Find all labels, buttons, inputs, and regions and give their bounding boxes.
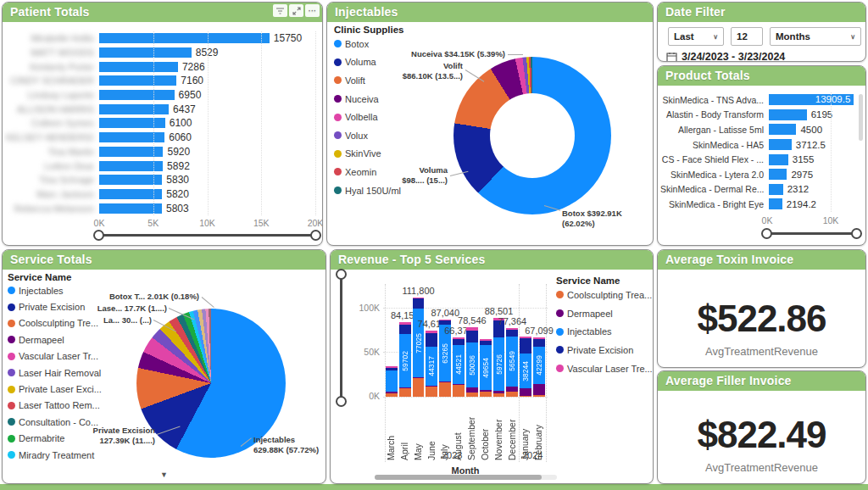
bar-segment[interactable] [426, 331, 437, 333]
bar-segment[interactable]: 50036 [466, 342, 478, 387]
bar-segment[interactable] [480, 390, 492, 392]
legend-label: Coolsculpting Trea... [567, 290, 652, 300]
bar-segment[interactable] [413, 298, 425, 299]
legend-item[interactable]: Private Excision [556, 341, 653, 359]
legend-item[interactable]: Vascular Laser Tr... [8, 348, 102, 365]
slider-handle-right[interactable] [310, 230, 321, 241]
bar-segment[interactable] [453, 385, 465, 397]
legend-item[interactable]: Volux [334, 126, 401, 145]
legend-item[interactable]: Vascular Laser Tre... [556, 359, 653, 378]
bar-segment[interactable] [466, 387, 478, 393]
bar-segment[interactable] [386, 392, 398, 393]
bar-segment[interactable] [426, 387, 437, 397]
bar-segment[interactable] [466, 393, 478, 397]
bar-segment[interactable] [533, 337, 545, 340]
bar-segment[interactable] [493, 391, 505, 393]
slider-handle-left[interactable] [93, 230, 104, 241]
bar-segment[interactable] [506, 330, 518, 337]
bar-segment[interactable] [466, 331, 478, 343]
slider-handle-top[interactable] [336, 269, 347, 280]
legend-item[interactable]: Laser Tattoo Rem... [8, 398, 102, 414]
bar-segment[interactable] [386, 393, 398, 397]
bar-segment[interactable] [480, 339, 492, 341]
bar-segment[interactable] [413, 378, 425, 397]
callout-injectables: Injectables 629.88K (57.72%) [253, 435, 326, 455]
legend-item[interactable]: SkinVive [334, 145, 401, 164]
bar-segment[interactable] [493, 393, 505, 397]
bar-segment[interactable] [399, 322, 411, 326]
more-options-icon[interactable]: ··· [305, 4, 320, 17]
bar-segment[interactable] [439, 381, 451, 382]
callout-lase: Lase... 17.7K (1....) [19, 303, 167, 314]
product-axis-zoom-slider[interactable] [767, 232, 856, 235]
bar-segment[interactable] [520, 337, 531, 338]
bar-segment[interactable] [520, 388, 531, 396]
legend-label: Volux [345, 131, 368, 141]
bar-segment-value: 38244 [520, 354, 531, 387]
vertical-scrollbar[interactable] [859, 94, 863, 141]
legend-item[interactable]: Miradry Treatment [8, 447, 102, 463]
slider-handle-left[interactable] [761, 228, 772, 239]
bar-segment-value: 56549 [506, 337, 518, 387]
bar-segment[interactable] [386, 370, 398, 393]
bar-segment[interactable] [506, 387, 518, 392]
legend-item[interactable]: Private Laser Exci... [8, 381, 102, 397]
bar-segment[interactable]: 38244 [520, 354, 531, 387]
legend-item[interactable]: Dermapeel [556, 304, 653, 323]
relative-mode-select[interactable]: Last ∨ [668, 27, 724, 46]
slider-handle-bottom[interactable] [336, 396, 347, 407]
bar-segment[interactable]: 56549 [506, 337, 518, 387]
legend-item[interactable]: Volbella [334, 108, 401, 126]
bar-segment[interactable] [506, 328, 518, 330]
filter-icon[interactable] [273, 4, 287, 17]
bar-segment[interactable] [413, 298, 425, 309]
count-input[interactable]: 12 [731, 27, 763, 46]
legend-item[interactable]: Injectables [556, 322, 653, 341]
bar-segment[interactable] [533, 395, 545, 397]
bar-segment[interactable]: 59702 [399, 334, 411, 387]
patient-axis-zoom-slider[interactable] [99, 234, 315, 237]
bar-segment[interactable] [386, 368, 398, 370]
bar-segment[interactable] [466, 327, 478, 331]
legend-scroll-down-icon[interactable]: ▼ [160, 471, 168, 479]
bar-segment[interactable] [520, 396, 531, 397]
bar-segment[interactable]: 59726 [493, 337, 505, 391]
bar-segment[interactable] [439, 320, 451, 320]
bar-segment[interactable] [533, 339, 545, 347]
bar-segment[interactable] [439, 382, 451, 397]
bar-segment[interactable] [399, 388, 411, 397]
legend-item[interactable]: Coolsculpting Trea... [556, 286, 653, 304]
bar-segment[interactable] [453, 337, 465, 339]
legend-item[interactable]: Dermapeel [8, 331, 102, 348]
bar-segment[interactable] [413, 377, 425, 379]
bar-segment[interactable] [506, 392, 518, 397]
slider-handle-right[interactable] [851, 228, 862, 239]
revenue-y-zoom-slider[interactable] [340, 275, 342, 401]
date-range-text: 3/24/2023 - 3/23/2024 [682, 51, 785, 62]
bar-segment[interactable]: 49654 [480, 345, 492, 389]
legend-title: Service Name [8, 272, 71, 282]
gridline [315, 31, 316, 215]
bar-segment[interactable] [453, 384, 465, 385]
bar-segment[interactable] [480, 392, 492, 397]
bar-segment[interactable]: 44317 [426, 347, 437, 387]
bar-segment[interactable]: 44521 [453, 345, 465, 385]
focus-mode-icon[interactable] [289, 4, 303, 17]
bar-segment[interactable] [453, 339, 465, 345]
bar-segment[interactable] [386, 366, 398, 368]
legend-item[interactable]: Nuceiva [334, 90, 401, 109]
horizontal-scrollbar-thumb[interactable] [375, 475, 542, 480]
unit-select[interactable]: Months ∨ [770, 27, 861, 46]
legend-item[interactable]: Laser Hair Removal [8, 365, 102, 381]
bar-segment[interactable] [439, 320, 451, 326]
bar-segment[interactable] [533, 384, 545, 395]
bar-segment[interactable] [399, 325, 411, 334]
callout-voluma: Voluma $98.... (15...) [353, 165, 448, 186]
bar-segment[interactable] [520, 338, 531, 354]
bar-segment[interactable] [426, 333, 437, 347]
bar-segment[interactable]: 42299 [533, 347, 545, 384]
bar-segment[interactable] [480, 341, 492, 346]
bar-segment[interactable] [426, 386, 437, 387]
legend-title: Clinic Supplies [334, 25, 403, 35]
bar-segment[interactable] [399, 387, 411, 388]
